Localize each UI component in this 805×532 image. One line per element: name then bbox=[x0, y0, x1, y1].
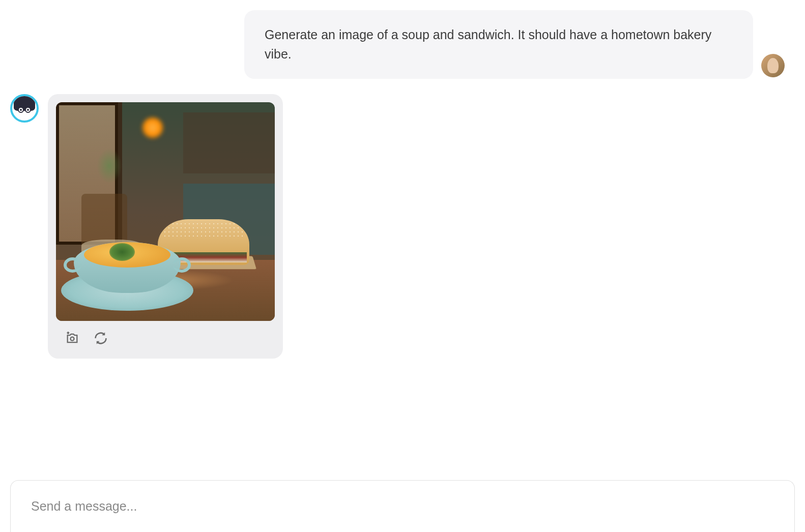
user-avatar[interactable] bbox=[761, 54, 785, 77]
regenerate-icon[interactable] bbox=[93, 330, 109, 346]
chat-container: Generate an image of a soup and sandwich… bbox=[0, 0, 805, 532]
message-input-container bbox=[10, 480, 795, 532]
ai-avatar-face-icon bbox=[13, 97, 36, 120]
message-input[interactable] bbox=[31, 499, 774, 514]
user-message-bubble: Generate an image of a soup and sandwich… bbox=[244, 10, 753, 79]
user-message-text: Generate an image of a soup and sandwich… bbox=[265, 25, 733, 64]
svg-point-0 bbox=[71, 337, 74, 341]
add-image-icon[interactable] bbox=[64, 330, 80, 346]
ai-avatar[interactable] bbox=[10, 94, 39, 123]
user-message-row: Generate an image of a soup and sandwich… bbox=[10, 10, 795, 79]
generated-image[interactable] bbox=[56, 102, 275, 321]
ai-image-card bbox=[48, 94, 283, 359]
ai-message-row bbox=[10, 94, 795, 359]
card-actions bbox=[56, 328, 275, 350]
